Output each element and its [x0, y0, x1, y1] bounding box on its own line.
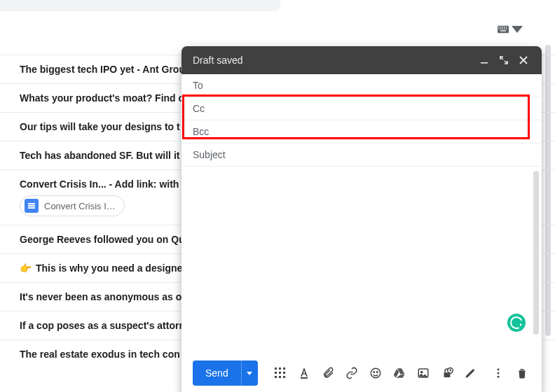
drive-button[interactable] [388, 362, 411, 384]
top-toolbar-strip [0, 0, 280, 11]
image-button[interactable] [412, 362, 434, 384]
svg-rect-7 [500, 29, 501, 29]
svg-rect-4 [504, 27, 505, 27]
send-options-button[interactable] [241, 360, 258, 386]
email-subject: Tech has abandoned SF. But will it [20, 150, 179, 161]
svg-rect-5 [506, 27, 507, 27]
svg-point-23 [371, 368, 381, 378]
bcc-label: Bcc [193, 126, 221, 137]
svg-rect-19 [275, 376, 277, 378]
emoji-button[interactable] [364, 362, 387, 384]
fullscreen-button[interactable] [494, 50, 514, 70]
cc-label: Cc [193, 103, 221, 114]
compose-window: Draft saved To Cc Bcc Send [181, 46, 542, 392]
email-subject: The biggest tech IPO yet - Ant Grou [20, 64, 185, 75]
chip-label: Convert Crisis I… [44, 201, 116, 211]
email-subject: Our tips will take your designs to t [20, 121, 180, 132]
body-scrollbar[interactable] [533, 171, 539, 335]
svg-rect-12 [481, 62, 488, 64]
formatting-button[interactable] [269, 362, 292, 384]
bcc-field[interactable]: Bcc [181, 120, 542, 144]
keyboard-icon [498, 25, 509, 34]
cc-field[interactable]: Cc [181, 97, 542, 120]
to-input[interactable] [221, 80, 530, 91]
email-subject: George Reeves followed you on Qu [20, 234, 185, 245]
svg-rect-18 [283, 372, 285, 374]
grammarly-icon[interactable] [507, 314, 526, 332]
bcc-input[interactable] [221, 126, 530, 137]
to-field[interactable]: To [181, 74, 542, 97]
svg-rect-17 [279, 372, 281, 374]
svg-rect-16 [275, 372, 277, 374]
subject-field[interactable] [181, 144, 542, 167]
svg-rect-9 [504, 29, 505, 29]
svg-rect-13 [275, 368, 277, 370]
font-button[interactable] [293, 362, 315, 384]
svg-point-24 [374, 372, 375, 373]
svg-rect-11 [500, 30, 506, 31]
discard-button[interactable] [511, 362, 533, 384]
svg-point-27 [420, 371, 422, 372]
email-subject: Whats your product's moat? Find o [20, 92, 184, 104]
svg-rect-2 [500, 27, 501, 27]
input-tools-selector[interactable] [498, 25, 523, 34]
svg-point-30 [498, 368, 500, 370]
compose-toolbar: Send [181, 354, 542, 392]
svg-rect-3 [502, 27, 503, 27]
svg-point-32 [498, 376, 500, 378]
svg-rect-21 [283, 376, 285, 378]
email-subject: This is why you need a designe [36, 262, 182, 274]
svg-rect-10 [506, 29, 507, 29]
svg-rect-22 [301, 377, 308, 379]
link-button[interactable] [341, 362, 363, 384]
svg-rect-8 [502, 29, 503, 29]
svg-point-31 [498, 372, 500, 374]
attachment-chip[interactable]: Convert Crisis I… [20, 195, 125, 216]
attach-button[interactable] [317, 362, 339, 384]
email-subject: It's never been as anonymous as o [20, 291, 181, 302]
email-subject: The real estate exodus in tech con [20, 349, 180, 360]
email-subject: Convert Crisis In... - Add link: with [20, 178, 179, 190]
minimize-button[interactable] [474, 50, 494, 70]
compose-header[interactable]: Draft saved [181, 46, 542, 74]
confidential-button[interactable] [436, 362, 458, 384]
svg-rect-6 [498, 29, 499, 29]
more-options-button[interactable] [487, 362, 509, 384]
google-doc-icon [25, 199, 39, 213]
svg-rect-20 [279, 376, 281, 378]
svg-rect-14 [279, 368, 281, 370]
svg-rect-1 [498, 27, 499, 27]
to-label: To [193, 80, 221, 91]
compose-title: Draft saved [193, 55, 474, 66]
subject-input[interactable] [193, 149, 530, 160]
signature-button[interactable] [460, 362, 482, 384]
dropdown-caret-icon [512, 25, 523, 34]
emoji-icon: 👉 [20, 262, 32, 274]
cc-input[interactable] [221, 103, 530, 114]
svg-point-25 [376, 372, 378, 373]
send-button[interactable]: Send [193, 360, 241, 386]
email-subject: If a cop poses as a suspect's attorn [20, 320, 185, 331]
compose-body[interactable] [181, 167, 542, 354]
close-button[interactable] [514, 50, 533, 70]
svg-rect-15 [283, 368, 285, 370]
